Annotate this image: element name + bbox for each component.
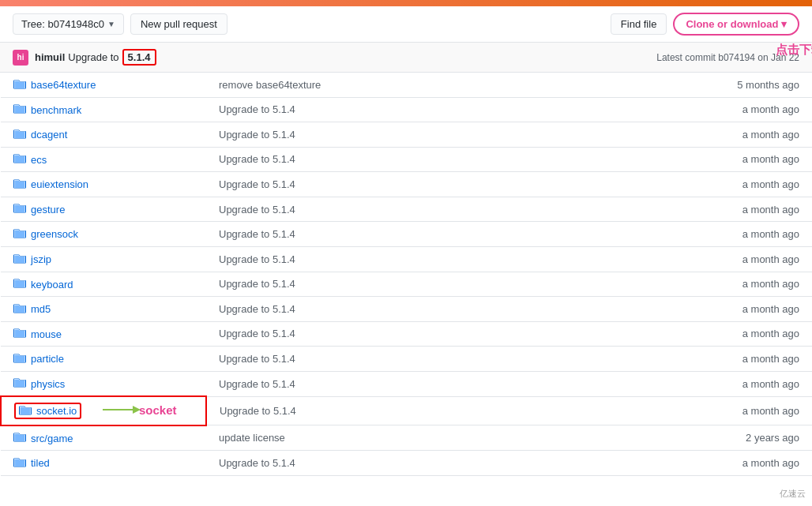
clone-annotation: 点击下载 <box>776 43 812 58</box>
time-cell: a month ago <box>701 147 812 172</box>
commit-message-cell: Upgrade to 5.1.4 <box>206 97 701 122</box>
table-row: keyboardUpgrade to 5.1.4a month ago <box>1 272 812 297</box>
table-row: md5Upgrade to 5.1.4a month ago <box>1 297 812 322</box>
avatar-text: hi <box>17 53 24 62</box>
commit-message-cell: Upgrade to 5.1.4 <box>206 321 701 347</box>
table-row: socket.ioUpgrade to 5.1.4a month ago <box>1 396 812 425</box>
table-row: jszipUpgrade to 5.1.4a month ago <box>1 246 812 272</box>
commit-user: himuil <box>35 51 65 63</box>
toolbar: Tree: b0741948c0 ▼ New pull request Find… <box>0 6 812 43</box>
commit-message-cell: Upgrade to 5.1.4 <box>206 347 701 372</box>
folder-icon <box>13 278 26 290</box>
table-row: greensockUpgrade to 5.1.4a month ago <box>1 222 812 247</box>
folder-icon <box>13 253 26 266</box>
folder-icon <box>13 103 26 116</box>
folder-icon <box>13 353 26 365</box>
file-list: base64textureremove base64texture5 month… <box>0 73 812 476</box>
branch-selector[interactable]: Tree: b0741948c0 ▼ <box>13 13 124 35</box>
branch-label: Tree: b0741948c0 <box>21 18 104 30</box>
folder-icon <box>13 129 26 141</box>
file-name[interactable]: dcagent <box>31 129 67 141</box>
table-row: particleUpgrade to 5.1.4a month ago <box>1 347 812 372</box>
commit-message-cell: remove base64texture <box>206 73 701 97</box>
commit-message: Upgrade to <box>68 51 118 63</box>
folder-icon <box>13 328 26 340</box>
commit-version: 5.1.4 <box>122 49 156 66</box>
toolbar-left: Tree: b0741948c0 ▼ New pull request <box>13 13 227 35</box>
file-name[interactable]: src/game <box>31 433 73 444</box>
folder-icon <box>13 178 26 191</box>
file-name[interactable]: base64texture <box>31 79 96 91</box>
file-name[interactable]: euiextension <box>31 178 88 190</box>
file-name[interactable]: ecs <box>31 154 47 166</box>
table-row: base64textureremove base64texture5 month… <box>1 73 812 97</box>
toolbar-right: Find file Clone or download ▾ 点击下载 <box>611 13 799 36</box>
commit-message-cell: Upgrade to 5.1.4 <box>206 147 701 172</box>
time-cell: a month ago <box>701 122 812 148</box>
table-row: euiextensionUpgrade to 5.1.4a month ago <box>1 172 812 197</box>
file-name[interactable]: md5 <box>31 303 51 315</box>
file-name[interactable]: tiled <box>31 458 50 470</box>
file-name[interactable]: jszip <box>31 253 51 265</box>
find-file-button[interactable]: Find file <box>611 13 667 35</box>
folder-icon <box>13 79 26 92</box>
table-row: benchmarkUpgrade to 5.1.4a month ago <box>1 97 812 122</box>
time-cell: a month ago <box>701 246 812 272</box>
table-row: ecsUpgrade to 5.1.4a month ago <box>1 147 812 172</box>
folder-icon <box>13 203 26 216</box>
file-name[interactable]: greensock <box>31 228 78 240</box>
table-row: src/gameupdate license2 years ago <box>1 425 812 451</box>
time-cell: a month ago <box>701 451 812 476</box>
file-name[interactable]: socket.io <box>36 405 77 417</box>
folder-icon <box>13 432 26 444</box>
commit-message-cell: Upgrade to 5.1.4 <box>206 122 701 148</box>
folder-icon <box>13 377 26 390</box>
commit-message-cell: Upgrade to 5.1.4 <box>206 371 701 396</box>
avatar: hi <box>13 50 28 66</box>
folder-icon <box>13 303 26 316</box>
commit-message-cell: Upgrade to 5.1.4 <box>206 297 701 322</box>
click-download-text: 点击下载 <box>776 43 812 56</box>
commit-message-cell: Upgrade to 5.1.4 <box>206 272 701 297</box>
time-cell: a month ago <box>701 222 812 247</box>
folder-icon <box>13 153 26 166</box>
clone-btn-wrapper: Clone or download ▾ 点击下载 <box>673 13 799 36</box>
file-name[interactable]: physics <box>31 378 65 390</box>
time-cell: a month ago <box>701 371 812 396</box>
time-cell: a month ago <box>701 97 812 122</box>
commit-message-cell: Upgrade to 5.1.4 <box>206 451 701 476</box>
file-name[interactable]: particle <box>31 353 64 365</box>
time-cell: a month ago <box>701 197 812 222</box>
chevron-down-icon: ▼ <box>107 20 115 28</box>
time-cell: a month ago <box>701 172 812 197</box>
folder-icon <box>13 228 26 241</box>
folder-icon <box>13 457 26 470</box>
clone-or-download-button[interactable]: Clone or download ▾ <box>673 13 799 36</box>
table-row: physicsUpgrade to 5.1.4a month ago <box>1 371 812 396</box>
table-row: mouseUpgrade to 5.1.4a month ago <box>1 321 812 347</box>
file-name[interactable]: keyboard <box>31 279 73 290</box>
time-cell: a month ago <box>701 321 812 347</box>
top-bar <box>0 0 812 6</box>
time-cell: a month ago <box>701 297 812 322</box>
commit-message-cell: Upgrade to 5.1.4 <box>206 222 701 247</box>
time-cell: 2 years ago <box>701 425 812 451</box>
time-cell: a month ago <box>701 396 812 425</box>
new-pull-request-button[interactable]: New pull request <box>130 13 227 35</box>
commit-bar: hi himuil Upgrade to 5.1.4 Latest commit… <box>0 43 812 73</box>
table-row: dcagentUpgrade to 5.1.4a month ago <box>1 122 812 148</box>
folder-icon <box>19 405 32 418</box>
commit-message-cell: Upgrade to 5.1.4 <box>206 246 701 272</box>
table-row: gestureUpgrade to 5.1.4a month ago <box>1 197 812 222</box>
time-cell: a month ago <box>701 347 812 372</box>
file-name[interactable]: mouse <box>31 328 62 340</box>
file-name[interactable]: gesture <box>31 204 65 216</box>
commit-message-cell: update license <box>206 425 701 451</box>
file-name[interactable]: benchmark <box>31 104 81 116</box>
time-cell: a month ago <box>701 272 812 297</box>
commit-message-cell: Upgrade to 5.1.4 <box>206 396 701 425</box>
table-row: tiledUpgrade to 5.1.4a month ago <box>1 451 812 476</box>
commit-message-cell: Upgrade to 5.1.4 <box>206 197 701 222</box>
time-cell: 5 months ago <box>701 73 812 97</box>
commit-message-cell: Upgrade to 5.1.4 <box>206 172 701 197</box>
